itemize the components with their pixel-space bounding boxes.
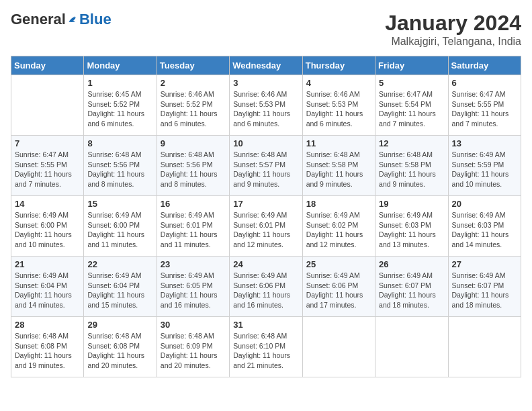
calendar-cell: 5Sunrise: 6:47 AM Sunset: 5:54 PM Daylig… — [375, 75, 448, 136]
calendar-cell — [375, 317, 448, 377]
day-info: Sunrise: 6:49 AM Sunset: 6:04 PM Dayligh… — [87, 271, 152, 310]
calendar-cell: 4Sunrise: 6:46 AM Sunset: 5:53 PM Daylig… — [302, 75, 375, 136]
calendar-cell: 29Sunrise: 6:48 AM Sunset: 6:08 PM Dayli… — [84, 317, 157, 377]
day-info: Sunrise: 6:49 AM Sunset: 6:01 PM Dayligh… — [161, 210, 226, 250]
day-number: 5 — [379, 78, 444, 88]
day-number: 8 — [87, 138, 152, 148]
calendar-week-row: 14Sunrise: 6:49 AM Sunset: 6:00 PM Dayli… — [11, 196, 521, 257]
day-info: Sunrise: 6:49 AM Sunset: 6:02 PM Dayligh… — [306, 210, 371, 250]
calendar-cell: 13Sunrise: 6:49 AM Sunset: 5:59 PM Dayli… — [448, 136, 521, 196]
day-number: 14 — [15, 199, 80, 209]
calendar-cell: 14Sunrise: 6:49 AM Sunset: 6:00 PM Dayli… — [11, 196, 84, 257]
day-info: Sunrise: 6:47 AM Sunset: 5:55 PM Dayligh… — [452, 89, 517, 129]
calendar-cell — [448, 317, 521, 377]
calendar-cell: 16Sunrise: 6:49 AM Sunset: 6:01 PM Dayli… — [157, 196, 229, 257]
day-info: Sunrise: 6:49 AM Sunset: 6:00 PM Dayligh… — [87, 210, 152, 250]
calendar-cell: 11Sunrise: 6:48 AM Sunset: 5:58 PM Dayli… — [302, 136, 375, 196]
day-info: Sunrise: 6:49 AM Sunset: 6:00 PM Dayligh… — [15, 210, 80, 250]
logo-bird-icon — [67, 13, 79, 26]
day-info: Sunrise: 6:47 AM Sunset: 5:55 PM Dayligh… — [15, 150, 80, 189]
calendar-cell: 10Sunrise: 6:48 AM Sunset: 5:57 PM Dayli… — [230, 136, 302, 196]
day-number: 25 — [306, 259, 371, 269]
calendar-cell: 17Sunrise: 6:49 AM Sunset: 6:01 PM Dayli… — [230, 196, 302, 257]
day-info: Sunrise: 6:48 AM Sunset: 6:09 PM Dayligh… — [161, 331, 226, 371]
day-info: Sunrise: 6:48 AM Sunset: 5:56 PM Dayligh… — [161, 150, 226, 189]
day-number: 9 — [161, 138, 226, 148]
location-subtitle: Malkajgiri, Telangana, India — [385, 36, 521, 48]
day-number: 11 — [306, 138, 371, 148]
title-block: January 2024 Malkajgiri, Telangana, Indi… — [385, 11, 521, 48]
calendar-cell: 8Sunrise: 6:48 AM Sunset: 5:56 PM Daylig… — [84, 136, 157, 196]
day-info: Sunrise: 6:48 AM Sunset: 6:10 PM Dayligh… — [233, 331, 298, 371]
calendar-cell: 2Sunrise: 6:46 AM Sunset: 5:52 PM Daylig… — [157, 75, 229, 136]
day-info: Sunrise: 6:49 AM Sunset: 6:06 PM Dayligh… — [306, 271, 371, 310]
day-number: 28 — [15, 320, 80, 330]
day-number: 17 — [233, 199, 298, 209]
day-number: 6 — [452, 78, 517, 88]
calendar-cell: 19Sunrise: 6:49 AM Sunset: 6:03 PM Dayli… — [375, 196, 448, 257]
page-header: General Blue January 2024 Malkajgiri, Te… — [11, 11, 521, 48]
day-info: Sunrise: 6:49 AM Sunset: 6:01 PM Dayligh… — [233, 210, 298, 250]
day-number: 20 — [452, 199, 517, 209]
day-number: 26 — [379, 259, 444, 269]
day-info: Sunrise: 6:49 AM Sunset: 6:04 PM Dayligh… — [15, 271, 80, 310]
day-info: Sunrise: 6:46 AM Sunset: 5:53 PM Dayligh… — [306, 89, 371, 129]
day-info: Sunrise: 6:49 AM Sunset: 6:07 PM Dayligh… — [379, 271, 444, 310]
day-number: 29 — [87, 320, 152, 330]
calendar-cell: 20Sunrise: 6:49 AM Sunset: 6:03 PM Dayli… — [448, 196, 521, 257]
day-number: 30 — [161, 320, 226, 330]
calendar-cell: 6Sunrise: 6:47 AM Sunset: 5:55 PM Daylig… — [448, 75, 521, 136]
day-info: Sunrise: 6:46 AM Sunset: 5:52 PM Dayligh… — [161, 89, 226, 129]
calendar-cell: 18Sunrise: 6:49 AM Sunset: 6:02 PM Dayli… — [302, 196, 375, 257]
day-info: Sunrise: 6:48 AM Sunset: 5:58 PM Dayligh… — [306, 150, 371, 189]
calendar-week-row: 28Sunrise: 6:48 AM Sunset: 6:08 PM Dayli… — [11, 317, 521, 377]
calendar-cell: 12Sunrise: 6:48 AM Sunset: 5:58 PM Dayli… — [375, 136, 448, 196]
day-number: 23 — [161, 259, 226, 269]
day-info: Sunrise: 6:49 AM Sunset: 6:03 PM Dayligh… — [379, 210, 444, 250]
day-number: 12 — [379, 138, 444, 148]
day-number: 13 — [452, 138, 517, 148]
logo-blue: Blue — [79, 11, 112, 28]
calendar-cell: 23Sunrise: 6:49 AM Sunset: 6:05 PM Dayli… — [157, 257, 229, 317]
calendar-cell: 26Sunrise: 6:49 AM Sunset: 6:07 PM Dayli… — [375, 257, 448, 317]
day-number: 15 — [87, 199, 152, 209]
day-number: 7 — [15, 138, 80, 148]
day-number: 1 — [87, 78, 152, 88]
weekday-header-row: SundayMondayTuesdayWednesdayThursdayFrid… — [11, 56, 521, 75]
calendar-cell: 24Sunrise: 6:49 AM Sunset: 6:06 PM Dayli… — [230, 257, 302, 317]
day-info: Sunrise: 6:49 AM Sunset: 6:06 PM Dayligh… — [233, 271, 298, 310]
day-info: Sunrise: 6:48 AM Sunset: 5:57 PM Dayligh… — [233, 150, 298, 189]
weekday-header-sunday: Sunday — [11, 56, 84, 75]
calendar-cell: 21Sunrise: 6:49 AM Sunset: 6:04 PM Dayli… — [11, 257, 84, 317]
weekday-header-tuesday: Tuesday — [157, 56, 229, 75]
logo: General Blue — [11, 11, 112, 28]
day-info: Sunrise: 6:48 AM Sunset: 6:08 PM Dayligh… — [15, 331, 80, 371]
calendar-cell: 30Sunrise: 6:48 AM Sunset: 6:09 PM Dayli… — [157, 317, 229, 377]
logo-general: General — [11, 11, 66, 28]
day-number: 22 — [87, 259, 152, 269]
day-number: 24 — [233, 259, 298, 269]
month-year-title: January 2024 — [385, 11, 521, 36]
day-number: 18 — [306, 199, 371, 209]
calendar-cell: 3Sunrise: 6:46 AM Sunset: 5:53 PM Daylig… — [230, 75, 302, 136]
weekday-header-monday: Monday — [84, 56, 157, 75]
day-number: 16 — [161, 199, 226, 209]
calendar-cell: 22Sunrise: 6:49 AM Sunset: 6:04 PM Dayli… — [84, 257, 157, 317]
day-info: Sunrise: 6:49 AM Sunset: 6:03 PM Dayligh… — [452, 210, 517, 250]
day-info: Sunrise: 6:48 AM Sunset: 5:58 PM Dayligh… — [379, 150, 444, 189]
weekday-header-saturday: Saturday — [448, 56, 521, 75]
day-info: Sunrise: 6:48 AM Sunset: 6:08 PM Dayligh… — [87, 331, 152, 371]
day-info: Sunrise: 6:45 AM Sunset: 5:52 PM Dayligh… — [87, 89, 152, 129]
calendar-week-row: 7Sunrise: 6:47 AM Sunset: 5:55 PM Daylig… — [11, 136, 521, 196]
day-info: Sunrise: 6:49 AM Sunset: 5:59 PM Dayligh… — [452, 150, 517, 189]
day-info: Sunrise: 6:46 AM Sunset: 5:53 PM Dayligh… — [233, 89, 298, 129]
calendar-cell: 7Sunrise: 6:47 AM Sunset: 5:55 PM Daylig… — [11, 136, 84, 196]
day-number: 27 — [452, 259, 517, 269]
day-number: 4 — [306, 78, 371, 88]
calendar-cell — [11, 75, 84, 136]
day-number: 31 — [233, 320, 298, 330]
day-info: Sunrise: 6:47 AM Sunset: 5:54 PM Dayligh… — [379, 89, 444, 129]
calendar-cell: 31Sunrise: 6:48 AM Sunset: 6:10 PM Dayli… — [230, 317, 302, 377]
day-number: 2 — [161, 78, 226, 88]
calendar-cell: 15Sunrise: 6:49 AM Sunset: 6:00 PM Dayli… — [84, 196, 157, 257]
